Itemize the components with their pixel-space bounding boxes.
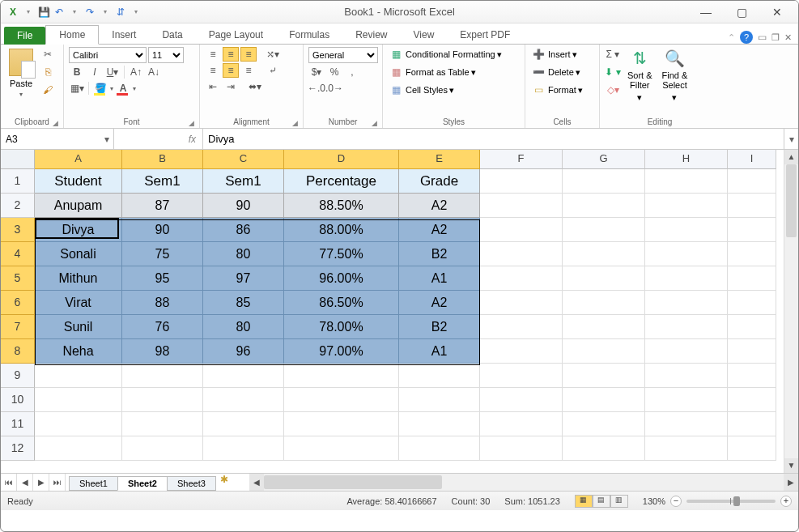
tab-review[interactable]: Review [342, 26, 400, 44]
expand-formula-bar-icon[interactable]: ▾ [784, 129, 798, 149]
cell[interactable]: Percentage [284, 169, 399, 194]
row-header[interactable]: 8 [1, 339, 35, 364]
row-header[interactable]: 4 [1, 242, 35, 266]
find-select-button[interactable]: 🔍 Find & Select▾ [659, 47, 691, 104]
cell[interactable]: 78.00% [284, 315, 399, 339]
cell[interactable] [35, 436, 122, 461]
merge-center-icon[interactable]: ⬌▾ [247, 79, 263, 94]
cell[interactable]: Divya [35, 218, 122, 242]
row-header[interactable]: 5 [1, 266, 35, 291]
cell[interactable]: 75 [122, 242, 203, 266]
decrease-indent-icon[interactable]: ⇤ [205, 79, 221, 94]
column-header[interactable]: I [728, 150, 776, 169]
page-layout-view-button[interactable]: ▤ [593, 495, 610, 508]
launcher-icon[interactable]: ◢ [292, 119, 298, 127]
cell[interactable] [563, 291, 645, 315]
cell[interactable]: 96.00% [284, 266, 399, 291]
column-header[interactable]: A [35, 150, 122, 169]
tab-view[interactable]: View [401, 26, 448, 44]
comma-format-icon[interactable]: , [344, 65, 360, 79]
align-bottom-icon[interactable]: ≡ [240, 47, 257, 62]
font-color-icon[interactable]: A [115, 81, 131, 96]
zoom-slider[interactable] [686, 500, 776, 503]
cell[interactable] [728, 315, 776, 339]
cell[interactable] [728, 169, 776, 194]
cell[interactable] [728, 291, 776, 315]
align-center-icon[interactable]: ≡ [223, 63, 239, 78]
cell[interactable] [563, 412, 645, 436]
cell[interactable] [645, 436, 728, 461]
cell[interactable] [480, 169, 563, 194]
cell[interactable] [35, 412, 122, 436]
paste-button[interactable]: Paste ▾ [6, 47, 36, 100]
zoom-level[interactable]: 130% [643, 496, 665, 506]
format-painter-icon[interactable]: 🖌 [40, 83, 56, 97]
horizontal-scrollbar[interactable]: ◀ ▶ [249, 474, 798, 491]
cell[interactable] [480, 194, 563, 218]
conditional-formatting-button[interactable]: ▦Conditional Formatting ▾ [388, 47, 502, 62]
scroll-left-arrow[interactable]: ◀ [249, 474, 264, 491]
sheet-tab[interactable]: Sheet2 [117, 476, 168, 491]
cell[interactable] [480, 242, 563, 266]
scroll-right-arrow[interactable]: ▶ [784, 474, 798, 491]
excel-icon[interactable]: X [6, 5, 20, 19]
cell[interactable] [203, 412, 284, 436]
tab-home[interactable]: Home [45, 25, 99, 45]
row-header[interactable]: 10 [1, 388, 35, 412]
launcher-icon[interactable]: ◢ [53, 119, 58, 127]
tab-page-layout[interactable]: Page Layout [196, 26, 276, 44]
grow-font-icon[interactable]: A↑ [128, 65, 144, 79]
cell[interactable]: 86.50% [284, 291, 399, 315]
dropdown-icon[interactable]: ▾ [110, 85, 113, 92]
cell[interactable] [284, 412, 399, 436]
cell[interactable]: Virat [35, 291, 122, 315]
cell[interactable] [122, 412, 203, 436]
row-header[interactable]: 11 [1, 412, 35, 436]
accounting-format-icon[interactable]: $▾ [308, 65, 325, 79]
cell[interactable]: Sem1 [122, 169, 203, 194]
window-close-icon[interactable]: ✕ [784, 32, 792, 43]
scroll-up-arrow[interactable]: ▲ [784, 150, 798, 164]
font-name-combo[interactable]: Calibri [69, 47, 147, 63]
file-tab[interactable]: File [4, 27, 45, 45]
insert-cells-button[interactable]: ➕Insert ▾ [530, 47, 577, 62]
launcher-icon[interactable]: ◢ [189, 119, 194, 127]
column-header[interactable]: G [563, 150, 645, 169]
cell[interactable] [645, 242, 728, 266]
cell[interactable]: 80 [203, 242, 284, 266]
cell[interactable]: 90 [122, 218, 203, 242]
cell[interactable] [35, 388, 122, 412]
cut-icon[interactable]: ✂ [40, 47, 56, 62]
cell[interactable] [122, 388, 203, 412]
align-middle-icon[interactable]: ≡ [223, 47, 239, 62]
column-header[interactable]: C [203, 150, 284, 169]
cell[interactable] [728, 364, 776, 388]
cell[interactable] [480, 218, 563, 242]
close-button[interactable]: ✕ [769, 6, 785, 19]
row-header[interactable]: 9 [1, 364, 35, 388]
border-icon[interactable]: ▦▾ [69, 81, 85, 96]
tab-expert-pdf[interactable]: Expert PDF [447, 26, 523, 44]
cell[interactable] [563, 364, 645, 388]
sort-filter-button[interactable]: ⇅ Sort & Filter▾ [624, 47, 656, 104]
dropdown-icon[interactable]: ▾ [98, 5, 113, 19]
redo-icon[interactable]: ↷ [83, 5, 97, 19]
cell[interactable] [563, 218, 645, 242]
page-break-view-button[interactable]: ▥ [610, 495, 628, 508]
maximize-button[interactable]: ▢ [733, 6, 750, 19]
number-format-combo[interactable]: General [308, 47, 378, 63]
column-header[interactable]: E [399, 150, 480, 169]
cell[interactable] [480, 266, 563, 291]
cell[interactable]: Sonali [35, 242, 122, 266]
underline-icon[interactable]: U▾ [104, 65, 121, 79]
undo-icon[interactable]: ↶ [52, 5, 66, 19]
shrink-font-icon[interactable]: A↓ [146, 65, 162, 79]
next-sheet-button[interactable]: ▶ [33, 474, 49, 491]
cell[interactable] [728, 266, 776, 291]
cell[interactable] [728, 412, 776, 436]
cell[interactable] [480, 436, 563, 461]
cell[interactable]: B2 [399, 315, 480, 339]
cell[interactable]: 80 [203, 315, 284, 339]
cell[interactable]: Sem1 [203, 169, 284, 194]
cell[interactable]: 96 [203, 339, 284, 364]
